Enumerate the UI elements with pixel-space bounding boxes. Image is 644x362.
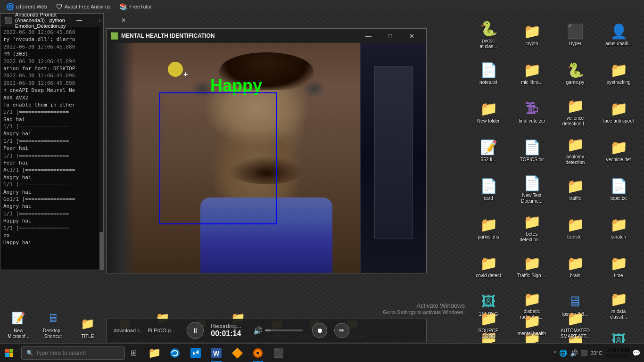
- tray-expand-button[interactable]: ^: [554, 350, 556, 356]
- taskbar-app-vscode[interactable]: [186, 344, 206, 362]
- recording-camera-button[interactable]: ⏺: [312, 323, 327, 338]
- desktop-icon-card[interactable]: 📄 card: [467, 170, 510, 208]
- eyetracking-label: eyetracking: [606, 80, 630, 85]
- desktop-icon-covid-detect[interactable]: 📁 covid detect: [467, 247, 510, 285]
- spacer: [597, 307, 602, 341]
- scratch-label: scratch: [611, 234, 626, 240]
- mhi-titlebar[interactable]: 🟩 MENTAL HEALTH IDENTIFICATION — □ ✕: [107, 29, 426, 43]
- desktop-icon-new-text-doc[interactable]: 📄 New TextDocume...: [511, 170, 553, 208]
- desktop-icon-time[interactable]: 📁 time: [597, 247, 640, 285]
- cmd-line: 1/1 [================: [3, 152, 100, 159]
- recording-annotation-button[interactable]: ✏: [334, 323, 349, 338]
- cmd-close-button[interactable]: ✕: [113, 16, 134, 25]
- cmd-line: Happy hai: [3, 217, 100, 224]
- desktop-icon-mental-health[interactable]: 📁 mental health: [511, 307, 553, 341]
- desktop-icon-transfer[interactable]: 📁 transfer: [554, 209, 596, 247]
- desktop-icon-crypto[interactable]: 📁 crypto: [511, 16, 553, 53]
- cmd-scrollbar[interactable]: [99, 27, 103, 270]
- desktop-icon-mic-lib[interactable]: 📁 mic libra...: [511, 54, 553, 92]
- desktop-icon-eyetracking[interactable]: 📁 eyetracking: [597, 54, 640, 92]
- start-button[interactable]: [0, 344, 19, 362]
- desktop: 🌀 uTorrent Web 🛡 Avast Free Antivirus 📚 …: [0, 0, 644, 362]
- taskbar-search-input[interactable]: [36, 350, 120, 356]
- battery-icon[interactable]: ⬛: [581, 350, 588, 356]
- notifications-icon[interactable]: 💬: [632, 349, 640, 357]
- final-vote-label: final vote.zip: [519, 118, 545, 124]
- recording-volume[interactable]: 🔊: [253, 326, 303, 335]
- face-anti-spoof-label: face anti spoof: [603, 118, 634, 124]
- mhi-maximize-button[interactable]: □: [380, 29, 401, 42]
- desktop-icon-final-vote[interactable]: 🗜 final vote.zip: [511, 93, 553, 131]
- taskbar-app-firefox[interactable]: [248, 344, 268, 362]
- 552fi-icon: 📝: [479, 138, 497, 156]
- desktop-icon-552fi[interactable]: 📝 552.fi...: [467, 132, 510, 169]
- desktop-icon-pydoc[interactable]: 🐍 pydocat clas...: [467, 16, 510, 53]
- recording-pause-button[interactable]: ⏸: [187, 322, 204, 339]
- desktop-icon-topics[interactable]: 📄 TOPICS.txt: [511, 132, 553, 169]
- cmd-maximize-button[interactable]: □: [91, 16, 112, 25]
- taskbar-item-avast[interactable]: 🛡 Avast Free Antivirus: [52, 1, 115, 12]
- desktop-icon-betes[interactable]: 📁 betesdetection ...: [511, 209, 553, 247]
- vehicle-det-label: vechicle det: [606, 157, 631, 163]
- cmd-scrollbar-thumb[interactable]: [99, 232, 103, 270]
- desktop-icon-vehicle-det[interactable]: 📁 vechicle det: [597, 132, 640, 169]
- desktop-icon-grid: 🐍 pydocat clas... 📁 crypto ⬛ Hyper 👤 adu…: [465, 13, 644, 343]
- hyper-icon: ⬛: [566, 22, 584, 40]
- svg-rect-3: [9, 353, 13, 357]
- temperature-display: 33°C: [591, 350, 603, 356]
- cmd-title-text: Anaconda Prompt (Anaconda3) - python Emo…: [15, 12, 66, 29]
- desktop-icon-brain[interactable]: 📁 brain: [554, 247, 596, 285]
- desktop-icon-traffic[interactable]: 📁 traffic: [554, 170, 596, 208]
- mhi-close-button[interactable]: ✕: [401, 29, 422, 42]
- desktop-icon-new-folder[interactable]: 📁 New folder: [467, 93, 510, 131]
- taskbar-search-box[interactable]: 🔍: [21, 346, 125, 360]
- taskbar-app-file-explorer[interactable]: 📁: [144, 344, 164, 362]
- desktop-icon-voilence[interactable]: 📁 voilencedetection f...: [554, 93, 596, 131]
- desktop-icon-face-anti-spoof[interactable]: 📁 face anti spoof: [597, 93, 640, 131]
- desktop-icon-notes[interactable]: 📄 notes.txt: [467, 54, 510, 92]
- taskbar-app-vlc[interactable]: 🔶: [227, 344, 247, 362]
- topics-label: TOPICS.txt: [520, 157, 544, 163]
- cmd-minimize-button[interactable]: —: [69, 16, 90, 25]
- eyetracking-icon: 📁: [610, 61, 627, 79]
- mhi-window-title: MENTAL HEALTH IDENTIFICATION: [121, 33, 355, 39]
- desktop-icon-source-code[interactable]: 📁 SOURCECODE: [467, 307, 510, 341]
- new-microsoft-label: New Microsof...: [4, 328, 33, 339]
- cmd-line: PM (303): [3, 50, 100, 58]
- desktop-icon-new-microsoft[interactable]: 📝 New Microsof...: [2, 307, 34, 341]
- cmd-titlebar[interactable]: ⬛ Anaconda Prompt (Anaconda3) - python E…: [0, 14, 103, 27]
- desktop-icon-anolomy[interactable]: 📁 anolomydetection: [554, 132, 596, 169]
- cmd-line: Angry hai: [3, 189, 100, 196]
- new-text-doc-label: New TextDocume...: [521, 193, 543, 204]
- firefox-icon: [252, 347, 264, 359]
- mhi-minimize-button[interactable]: —: [358, 29, 379, 42]
- taskbar-app-terminal[interactable]: ⬛: [269, 344, 289, 362]
- desktop-icon-desktop-shortcut[interactable]: 🖥 Desktop -Shortcut: [37, 307, 69, 341]
- transfer-label: transfer: [567, 234, 583, 240]
- desktop-icon-parkisions[interactable]: 📁 parkisions: [467, 209, 510, 247]
- desktop-icon-scratch[interactable]: 📁 scratch: [597, 209, 640, 247]
- desktop-icon-traffic-sign[interactable]: 📁 Traffic-Sign-...: [511, 247, 553, 285]
- taskbar-app-word[interactable]: W: [206, 344, 226, 362]
- crypto-icon: 📁: [523, 22, 541, 40]
- desktop-icon-hyper[interactable]: ⬛ Hyper: [554, 16, 596, 53]
- topics-icon: 📄: [523, 138, 541, 156]
- desktop-icon-automated-smart[interactable]: 📁 AUTOMATEDSMART ATT...: [554, 307, 596, 341]
- network-icon[interactable]: 🌐: [559, 349, 567, 357]
- desktop-icon-topic-txt[interactable]: 📄 topic.txt: [597, 170, 640, 208]
- pydoc-icon: 🐍: [479, 19, 497, 37]
- volume-tray-icon[interactable]: 🔊: [570, 349, 578, 357]
- edge-icon: [169, 347, 181, 359]
- title-folder-icon: 📁: [79, 315, 97, 333]
- taskbar-app-edge[interactable]: [165, 344, 185, 362]
- desktop-icon-game-py[interactable]: 🐍 game.py: [554, 54, 596, 92]
- system-clock[interactable]: 12:07 PM 6/30/2022: [605, 347, 629, 359]
- taskbar-pico-item[interactable]: Pi PICO g...: [148, 328, 175, 333]
- taskbar-item-utorrent[interactable]: 🌀 uTorrent Web: [2, 1, 51, 12]
- taskbar-item-freetutor[interactable]: 📚 FreeTutor: [116, 1, 156, 12]
- taskbar-download-item[interactable]: download li...: [114, 328, 144, 333]
- volume-bar[interactable]: [265, 329, 303, 331]
- desktop-icon-adusumalli[interactable]: 👤 adusumalli...: [597, 16, 640, 53]
- task-view-button[interactable]: ⊞: [125, 344, 142, 362]
- desktop-icon-title[interactable]: 📁 TITLE: [72, 313, 104, 341]
